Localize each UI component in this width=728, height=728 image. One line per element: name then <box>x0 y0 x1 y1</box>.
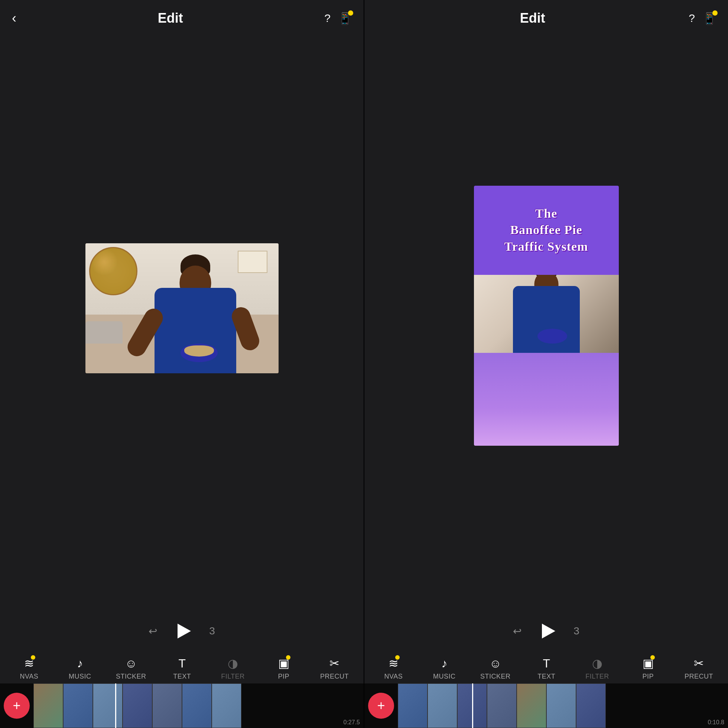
left-header: ‹ Edit ? 📱 <box>0 0 364 34</box>
right-timeline-time: 0:10.8 <box>708 719 724 726</box>
sticker-icon: ☺ <box>125 657 137 670</box>
left-tool-canvas[interactable]: ≋ NVAS <box>14 656 44 681</box>
right-preview-area: The Banoffee Pie Traffic System <box>364 34 728 612</box>
right-timeline-strip[interactable] <box>398 684 728 728</box>
right-filter-label: FILTER <box>585 673 609 681</box>
left-help-icon[interactable]: ? <box>324 12 330 24</box>
timeline-frame-5 <box>152 684 182 728</box>
right-pip-label: PIP <box>642 673 654 681</box>
left-tool-pip[interactable]: ▣ PIP <box>269 656 299 681</box>
left-tool-precut[interactable]: ✂ PRECUT <box>320 656 350 681</box>
title-line2: Banoffee Pie <box>510 223 582 237</box>
right-play-controls: ↩ 3 <box>364 620 728 642</box>
text-label: TEXT <box>173 673 191 681</box>
right-tool-pip[interactable]: ▣ PIP <box>633 656 663 681</box>
right-tool-precut[interactable]: ✂ PRECUT <box>684 656 714 681</box>
left-export-icon[interactable]: 📱 <box>338 12 352 25</box>
right-add-clip-button[interactable]: + <box>368 693 394 719</box>
left-undo-button[interactable]: ↩ <box>148 625 157 637</box>
right-text-icon: T <box>543 657 550 670</box>
right-timeline-frame-1 <box>398 684 428 728</box>
timeline-frame-7 <box>212 684 242 728</box>
right-text-label: TEXT <box>537 673 555 681</box>
left-play-controls: ↩ 3 <box>0 620 364 642</box>
left-timeline-cursor <box>115 684 116 728</box>
right-tool-canvas[interactable]: ≋ NVAS <box>378 656 408 681</box>
left-controls: ↩ 3 <box>0 612 364 652</box>
purple-bottom-section <box>474 353 619 446</box>
left-tool-music[interactable]: ♪ MUSIC <box>65 657 95 681</box>
left-tool-filter[interactable]: ◑ FILTER <box>218 656 248 681</box>
right-play-button[interactable] <box>536 620 559 642</box>
right-timeline-frame-7 <box>576 684 606 728</box>
right-timeline-frame-5 <box>517 684 546 728</box>
right-add-icon: + <box>377 698 385 714</box>
right-pip-icon: ▣ <box>642 656 654 670</box>
right-music-label: MUSIC <box>433 673 456 681</box>
canvas-label: NVAS <box>20 673 39 681</box>
right-music-icon: ♪ <box>441 657 447 670</box>
right-precut-icon: ✂ <box>694 656 704 670</box>
timeline-frame-6 <box>182 684 212 728</box>
text-icon: T <box>178 657 186 670</box>
right-timeline-frame-6 <box>546 684 576 728</box>
canvas-dot <box>31 655 35 660</box>
right-sticker-label: STICKER <box>480 673 511 681</box>
left-header-title: Edit <box>158 11 183 26</box>
food-circle-overlay <box>89 247 138 295</box>
right-timeline-frame-4 <box>487 684 517 728</box>
right-tool-filter[interactable]: ◑ FILTER <box>583 656 612 681</box>
left-time-display: 3 <box>209 625 215 637</box>
timeline-frame-3 <box>93 684 122 728</box>
right-video-preview: The Banoffee Pie Traffic System <box>474 186 619 446</box>
right-canvas-dot <box>395 655 400 660</box>
food-on-plate <box>184 346 214 356</box>
person-body <box>128 269 262 373</box>
right-header: Edit ? 📱 <box>364 0 728 34</box>
purple-template: The Banoffee Pie Traffic System <box>474 186 619 446</box>
left-add-icon: + <box>13 698 20 714</box>
left-add-clip-button[interactable]: + <box>4 693 30 719</box>
left-timeline-strip[interactable] <box>34 684 364 728</box>
right-pip-dot <box>650 655 655 660</box>
left-panel: ‹ Edit ? 📱 <box>0 0 364 728</box>
left-video-preview <box>86 243 278 373</box>
right-export-icon[interactable]: 📱 <box>702 12 716 25</box>
video-middle-section <box>474 275 619 353</box>
right-filter-icon: ◑ <box>592 656 603 670</box>
pip-icon: ▣ <box>278 656 289 670</box>
right-tool-sticker[interactable]: ☺ STICKER <box>480 657 511 681</box>
food-plate <box>180 344 218 362</box>
precut-label: PRECUT <box>320 673 349 681</box>
filter-label: FILTER <box>221 673 245 681</box>
right-canvas-icon: ≋ <box>388 656 399 670</box>
left-back-button[interactable]: ‹ <box>12 12 16 25</box>
right-panel: Edit ? 📱 The Banoffee Pie Traffic System <box>364 0 728 728</box>
filter-icon: ◑ <box>228 656 238 670</box>
right-precut-label: PRECUT <box>685 673 713 681</box>
right-toolbar: ≋ NVAS ♪ MUSIC ☺ STICKER T TEXT ◑ FILTER… <box>364 652 728 684</box>
right-export-dot <box>713 11 717 15</box>
music-label: MUSIC <box>69 673 91 681</box>
left-tool-sticker[interactable]: ☺ STICKER <box>116 657 146 681</box>
right-help-icon[interactable]: ? <box>689 12 695 24</box>
left-header-right: ? 📱 <box>324 12 352 25</box>
right-undo-button[interactable]: ↩ <box>513 625 522 637</box>
pip-label: PIP <box>278 673 290 681</box>
left-play-button[interactable] <box>172 620 194 642</box>
sofa <box>86 321 122 344</box>
left-tool-text[interactable]: T TEXT <box>167 657 197 681</box>
video-title-text: The Banoffee Pie Traffic System <box>505 205 588 255</box>
right-time-display: 3 <box>574 625 580 637</box>
left-timeline: + 0:27.5 <box>0 684 364 728</box>
right-tool-music[interactable]: ♪ MUSIC <box>429 657 459 681</box>
right-timeline: + 0:10.8 <box>364 684 728 728</box>
left-play-triangle <box>177 624 191 638</box>
title-line3: Traffic System <box>505 240 588 253</box>
left-header-left: ‹ <box>12 12 16 25</box>
left-export-dot <box>348 11 353 15</box>
precut-icon: ✂ <box>329 656 340 670</box>
right-tool-text[interactable]: T TEXT <box>532 657 561 681</box>
music-icon: ♪ <box>77 657 83 670</box>
pip-dot <box>286 655 291 660</box>
